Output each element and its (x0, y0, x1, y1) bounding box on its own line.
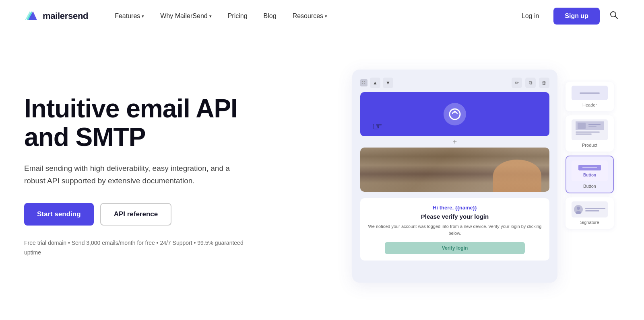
nav-link-blog[interactable]: Blog (257, 9, 283, 23)
block-item-signature[interactable]: Signature (566, 197, 614, 229)
signature-lines (585, 208, 605, 211)
svg-rect-12 (578, 123, 586, 129)
block-preview-signature (572, 201, 608, 217)
svg-point-5 (362, 81, 363, 82)
api-reference-button[interactable]: API reference (100, 203, 172, 226)
edit-button[interactable]: ✏ (512, 78, 522, 88)
product-image-rect (576, 121, 604, 130)
email-header-block: ☞ (360, 92, 549, 136)
duplicate-button[interactable]: ⧉ (525, 78, 536, 88)
block-label-product: Product (582, 143, 597, 148)
navigation: mailersend Features ▾ Why MailerSend ▾ P… (0, 0, 644, 32)
nav-link-why-mailersend[interactable]: Why MailerSend ▾ (154, 9, 218, 23)
block-preview-button: Button (572, 160, 608, 181)
svg-point-17 (577, 207, 580, 210)
hero-buttons: Start sending API reference (24, 203, 258, 226)
email-body-text: We noticed your account was logged into … (367, 223, 542, 236)
nav-link-features[interactable]: Features ▾ (108, 9, 151, 23)
cursor-icon: ☞ (372, 120, 382, 133)
email-image-block (360, 148, 549, 192)
signature-avatar (574, 205, 583, 214)
svg-point-18 (576, 211, 581, 214)
signup-button[interactable]: Sign up (553, 8, 600, 25)
nav-link-pricing[interactable]: Pricing (221, 9, 254, 23)
hero-right: ▲ ▼ ✏ ⧉ 🗑 ☞ (274, 59, 620, 293)
svg-rect-14 (588, 126, 597, 127)
verify-login-button[interactable]: Verify login (385, 242, 524, 254)
logo-text: mailersend (43, 11, 88, 21)
email-builder-card: ▲ ▼ ✏ ⧉ 🗑 ☞ (352, 70, 557, 283)
chevron-down-icon: ▾ (325, 14, 327, 19)
blocks-sidebar: Header (566, 82, 614, 229)
toolbar-right: ✏ ⧉ 🗑 (512, 78, 549, 88)
button-label-preview: Button (583, 173, 596, 177)
collapse-button[interactable]: ▲ (370, 78, 380, 88)
svg-rect-13 (588, 124, 601, 125)
email-content-block: Hi there, {{name}} Please verify your lo… (360, 198, 549, 261)
email-greeting: Hi there, {{name}} (367, 205, 542, 211)
svg-point-8 (364, 83, 365, 84)
svg-line-4 (615, 16, 618, 19)
hero-subtitle: Email sending with high deliverability, … (24, 162, 242, 187)
svg-point-10 (454, 111, 456, 113)
delete-button[interactable]: 🗑 (539, 78, 549, 88)
hero-left: Intuitive email API and SMTP Email sendi… (24, 94, 274, 257)
hero-section: Intuitive email API and SMTP Email sendi… (0, 32, 644, 320)
add-block-button[interactable]: + (360, 136, 549, 148)
nav-right: Log in Sign up (515, 8, 620, 25)
search-icon (609, 10, 618, 19)
chevron-down-icon: ▾ (209, 14, 212, 19)
nav-links: Features ▾ Why MailerSend ▾ Pricing Blog… (108, 9, 515, 23)
hero-title: Intuitive email API and SMTP (24, 94, 258, 151)
block-item-button[interactable]: Button Button (566, 156, 614, 193)
logo-icon (24, 9, 39, 23)
svg-point-9 (450, 109, 460, 119)
start-sending-button[interactable]: Start sending (24, 203, 94, 226)
block-item-header[interactable]: Header (566, 82, 614, 111)
search-icon-button[interactable] (608, 9, 620, 23)
block-preview-header (572, 86, 608, 100)
block-label-button: Button (583, 184, 596, 189)
product-lines (576, 131, 604, 135)
drag-handle-icon (360, 79, 367, 86)
button-preview-rect (578, 165, 601, 170)
block-item-product[interactable]: Product (566, 115, 614, 152)
builder-toolbar: ▲ ▼ ✏ ⧉ 🗑 (360, 78, 549, 88)
email-verify-title: Please verify your login (367, 213, 542, 220)
login-button[interactable]: Log in (515, 9, 546, 23)
expand-button[interactable]: ▼ (383, 78, 393, 88)
nav-link-resources[interactable]: Resources ▾ (286, 9, 334, 23)
block-label-header: Header (582, 103, 597, 107)
svg-point-7 (362, 83, 363, 84)
hero-tagline: Free trial domain • Send 3,000 emails/mo… (24, 238, 258, 258)
svg-point-6 (364, 81, 365, 82)
logo-link[interactable]: mailersend (24, 9, 88, 23)
hands-overlay (493, 160, 541, 192)
chevron-down-icon: ▾ (142, 14, 144, 19)
block-label-signature: Signature (580, 220, 599, 225)
email-logo-icon (444, 103, 466, 125)
block-preview-product (572, 119, 608, 140)
toolbar-left: ▲ ▼ (360, 78, 393, 88)
